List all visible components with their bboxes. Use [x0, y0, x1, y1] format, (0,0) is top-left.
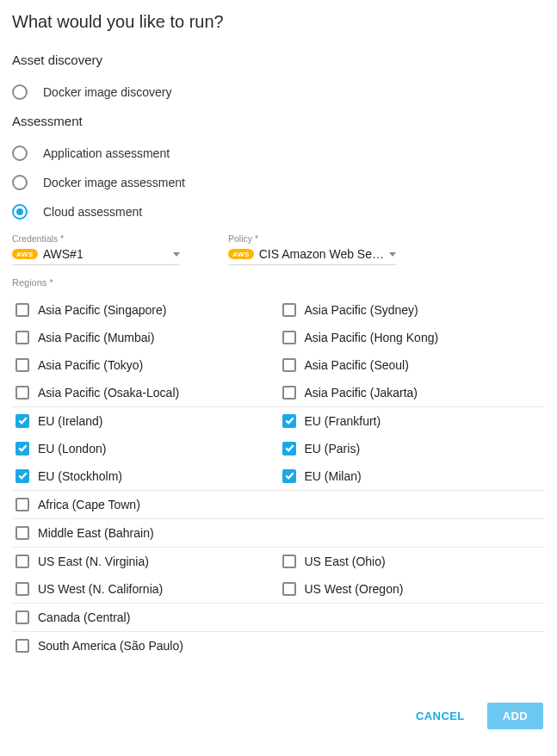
page-title: What would you like to run?: [12, 12, 545, 32]
region-item[interactable]: Asia Pacific (Tokyo): [12, 351, 279, 379]
policy-field[interactable]: Policy * AWS CIS Amazon Web Service: [228, 233, 396, 265]
aws-badge-icon: AWS: [12, 249, 38, 259]
checkbox-icon[interactable]: [15, 639, 29, 653]
region-item[interactable]: US West (Oregon): [279, 575, 546, 603]
credentials-value: AWS#1: [43, 247, 168, 261]
checkbox-icon[interactable]: [15, 610, 29, 624]
checkbox-icon[interactable]: [282, 358, 296, 372]
region-label: EU (Ireland): [38, 414, 102, 428]
checkbox-icon[interactable]: [282, 469, 296, 483]
region-label: Asia Pacific (Sydney): [305, 303, 418, 317]
region-item[interactable]: Canada (Central): [12, 604, 279, 631]
radio-option-docker-image-assessment[interactable]: Docker image assessment: [12, 175, 545, 190]
region-item[interactable]: EU (Milan): [279, 462, 546, 490]
checkbox-icon[interactable]: [15, 331, 29, 344]
region-group: South America (São Paulo): [12, 631, 545, 660]
checkbox-icon[interactable]: [282, 555, 296, 568]
region-item[interactable]: Asia Pacific (Osaka-Local): [12, 379, 279, 406]
region-group: Africa (Cape Town): [12, 490, 545, 518]
region-row: South America (São Paulo): [12, 632, 545, 660]
region-label: US West (N. California): [38, 582, 163, 596]
region-item[interactable]: EU (Frankfurt): [279, 407, 546, 435]
region-label: US East (Ohio): [305, 555, 386, 568]
region-item[interactable]: US West (N. California): [12, 575, 279, 603]
checkbox-icon[interactable]: [282, 582, 296, 596]
regions-list: Asia Pacific (Singapore)Asia Pacific (Sy…: [12, 296, 545, 660]
region-group: EU (Ireland)EU (Frankfurt)EU (London)EU …: [12, 406, 545, 490]
region-label: Canada (Central): [38, 610, 130, 624]
region-row: Canada (Central): [12, 604, 545, 631]
checkbox-icon[interactable]: [15, 555, 29, 568]
radio-icon[interactable]: [12, 175, 28, 190]
policy-value: CIS Amazon Web Service: [259, 247, 384, 261]
region-group: US East (N. Virginia)US East (Ohio)US We…: [12, 547, 545, 603]
region-row: Middle East (Bahrain): [12, 519, 545, 547]
radio-label: Docker image discovery: [43, 85, 171, 99]
radio-icon[interactable]: [12, 84, 28, 100]
region-item[interactable]: EU (Paris): [279, 435, 546, 462]
region-label: EU (Stockholm): [38, 469, 122, 483]
checkbox-icon[interactable]: [15, 442, 29, 455]
checkbox-icon[interactable]: [15, 386, 29, 400]
region-item[interactable]: EU (Ireland): [12, 407, 279, 435]
section-title-asset-discovery: Asset discovery: [12, 53, 545, 67]
asset-discovery-options: Docker image discovery: [12, 84, 545, 100]
policy-label: Policy *: [228, 233, 396, 244]
checkbox-icon[interactable]: [282, 303, 296, 317]
radio-option-docker-image-discovery[interactable]: Docker image discovery: [12, 84, 545, 100]
region-item[interactable]: EU (Stockholm): [12, 462, 279, 490]
checkbox-icon[interactable]: [15, 414, 29, 428]
policy-select[interactable]: AWS CIS Amazon Web Service: [228, 245, 396, 265]
checkbox-icon[interactable]: [282, 442, 296, 455]
region-label: South America (São Paulo): [38, 639, 183, 653]
region-row: EU (Ireland)EU (Frankfurt): [12, 407, 545, 435]
add-button[interactable]: ADD: [487, 703, 543, 729]
region-row: Asia Pacific (Singapore)Asia Pacific (Sy…: [12, 296, 545, 324]
region-row: Asia Pacific (Osaka-Local)Asia Pacific (…: [12, 379, 545, 406]
region-label: US West (Oregon): [305, 582, 404, 596]
radio-option-application-assessment[interactable]: Application assessment: [12, 146, 545, 161]
credentials-field[interactable]: Credentials * AWS AWS#1: [12, 233, 180, 265]
region-item[interactable]: Asia Pacific (Hong Kong): [279, 324, 546, 351]
checkbox-icon[interactable]: [15, 582, 29, 596]
checkbox-icon[interactable]: [15, 303, 29, 317]
region-item[interactable]: US East (N. Virginia): [12, 548, 279, 575]
region-item[interactable]: Asia Pacific (Mumbai): [12, 324, 279, 351]
cancel-button[interactable]: CANCEL: [409, 703, 472, 729]
region-item[interactable]: EU (London): [12, 435, 279, 462]
radio-label: Application assessment: [43, 146, 170, 160]
region-label: EU (Frankfurt): [305, 414, 381, 428]
radio-icon[interactable]: [12, 146, 28, 161]
checkbox-icon[interactable]: [15, 358, 29, 372]
region-label: Asia Pacific (Singapore): [38, 303, 166, 317]
region-label: Africa (Cape Town): [38, 498, 140, 511]
checkbox-icon[interactable]: [15, 498, 29, 511]
region-item[interactable]: US East (Ohio): [279, 548, 546, 575]
radio-option-cloud-assessment[interactable]: Cloud assessment: [12, 204, 545, 220]
checkbox-icon[interactable]: [15, 469, 29, 483]
region-row: EU (London)EU (Paris): [12, 435, 545, 462]
region-label: Asia Pacific (Hong Kong): [305, 331, 439, 344]
region-label: Asia Pacific (Jakarta): [305, 386, 418, 400]
region-item[interactable]: Asia Pacific (Sydney): [279, 296, 546, 324]
region-item[interactable]: Africa (Cape Town): [12, 491, 279, 518]
credentials-label: Credentials *: [12, 233, 180, 244]
region-item[interactable]: South America (São Paulo): [12, 632, 279, 660]
radio-label: Docker image assessment: [43, 176, 185, 189]
checkbox-icon[interactable]: [282, 414, 296, 428]
radio-icon[interactable]: [12, 204, 28, 220]
region-row: EU (Stockholm)EU (Milan): [12, 462, 545, 490]
checkbox-icon[interactable]: [282, 331, 296, 344]
region-label: US East (N. Virginia): [38, 555, 149, 568]
region-item[interactable]: Asia Pacific (Seoul): [279, 351, 546, 379]
region-row: Africa (Cape Town): [12, 491, 545, 518]
checkbox-icon[interactable]: [282, 386, 296, 400]
chevron-down-icon: [173, 252, 180, 257]
region-item[interactable]: Asia Pacific (Jakarta): [279, 379, 546, 406]
region-item[interactable]: Middle East (Bahrain): [12, 519, 279, 547]
credentials-select[interactable]: AWS AWS#1: [12, 245, 180, 265]
checkbox-icon[interactable]: [15, 526, 29, 540]
region-item[interactable]: Asia Pacific (Singapore): [12, 296, 279, 324]
region-label: EU (London): [38, 442, 106, 455]
dialog-footer: CANCEL ADD: [12, 703, 545, 741]
